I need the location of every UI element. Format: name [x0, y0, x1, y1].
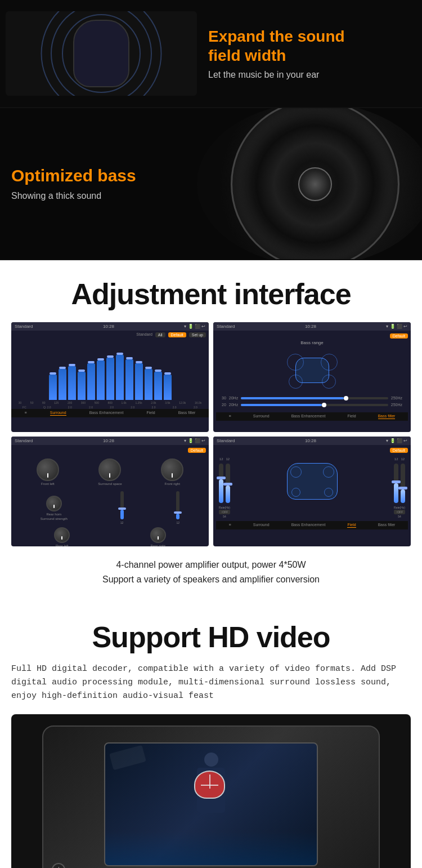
power-button[interactable]: ⏻	[52, 863, 65, 868]
mini-slider-2[interactable]	[176, 491, 179, 519]
knob-screen-header: Standard 10:28 ▾ 🔋 ⬛ ↩	[11, 437, 209, 445]
adjustment-title: Adjustment interface	[11, 277, 411, 311]
car-icon-container	[216, 348, 408, 393]
field-slider-r2-thumb[interactable]	[398, 487, 407, 489]
knob-screen-body: Default Front left Surround space	[11, 445, 209, 544]
field-off-badge: ↑OFF	[219, 510, 230, 514]
knob-rear-horn[interactable]	[46, 496, 62, 511]
eq-bar-5	[87, 363, 95, 400]
mini-slider-1-thumb[interactable]	[118, 508, 126, 510]
eq-nav-surround[interactable]: Surround	[50, 411, 66, 416]
field-slider-l2[interactable]	[226, 464, 230, 503]
field-nav-bass[interactable]: Bass Enhancement	[291, 523, 326, 528]
eq-nav-bass-enhance[interactable]: Bass Enhancement	[89, 411, 124, 416]
field-right-label-12: 12 12	[394, 457, 405, 461]
field-speaker-tr	[323, 466, 334, 478]
eq-default-btn[interactable]: Default	[168, 332, 186, 337]
bass-slider-row-2: 20 20Hz 250Hz	[222, 403, 402, 407]
field-left-sliders: 12 12 Rate(Hz)	[219, 457, 230, 518]
adjustment-section: Adjustment interface Standard 10:28 ▾ 🔋 …	[0, 260, 422, 603]
mini-slider-2-thumb[interactable]	[174, 511, 182, 514]
knob-header-left: Standard	[15, 438, 33, 443]
field-slider-l2-thumb[interactable]	[223, 483, 232, 486]
eq-bar-9	[125, 359, 133, 400]
bass-range-label: Bass range	[216, 340, 408, 345]
eq-preset-label: Standard	[136, 332, 152, 337]
knob-front-left[interactable]	[37, 459, 59, 481]
bass-range-header-icons: ▾ 🔋 ⬛ ↩	[386, 324, 407, 329]
eq-nav-field[interactable]: Field	[146, 411, 155, 416]
slider-unit-4: 250Hz	[391, 403, 402, 407]
field-default-btn[interactable]: Default	[390, 448, 408, 453]
bass-range-bottom-nav: ≡ Surround Bass Enhancement Field Bass f…	[216, 412, 408, 421]
knob-default-btn[interactable]: Default	[188, 448, 206, 453]
knob-surround[interactable]	[98, 459, 121, 481]
knob-rear-right[interactable]	[150, 527, 166, 543]
field-nav-icon: ≡	[229, 523, 231, 528]
knob-rear-left[interactable]	[54, 527, 70, 543]
knob-s-label: Surround space	[98, 482, 122, 486]
rear-knobs-row: Rear left Rear right	[14, 527, 206, 546]
field-nav-filter[interactable]: Bass filter	[378, 523, 396, 528]
knob-fr-indicator	[172, 473, 173, 478]
bass-range-default-btn[interactable]: Default	[390, 333, 408, 339]
knob-s-indicator	[109, 473, 110, 478]
eq-header-left: Standard	[15, 324, 33, 329]
eq-bar-13	[164, 375, 172, 400]
field-slider-r2[interactable]	[401, 464, 405, 503]
eq-bar-3	[68, 366, 76, 400]
knob-fr-label: Front right	[165, 482, 180, 486]
slider-track-2[interactable]	[241, 404, 388, 406]
field-slider-r1-thumb[interactable]	[392, 480, 401, 483]
eq-bar-8	[116, 355, 124, 400]
field-slider-l1-thumb[interactable]	[217, 477, 226, 479]
field-nav-surround[interactable]: Surround	[253, 523, 270, 528]
slider-track-1[interactable]	[241, 397, 388, 399]
field-slider-l1[interactable]	[219, 464, 223, 503]
bass-range-nav-field[interactable]: Field	[347, 414, 356, 419]
screen-glare	[109, 745, 146, 771]
eq-bar-7	[106, 358, 114, 400]
mini-slider-2-fill	[176, 514, 179, 519]
field-rate-label: Rate(Hz)	[219, 506, 230, 509]
field-speaker-tl	[290, 466, 302, 478]
eq-bar-6	[97, 360, 105, 400]
knob-item-rear-left: Rear left	[54, 527, 70, 546]
field-nav-field[interactable]: Field	[347, 523, 356, 528]
slider-thumb-1[interactable]	[344, 396, 348, 400]
slider-thumb-2[interactable]	[322, 403, 326, 407]
car-top-view-illustration	[39, 17, 163, 90]
field-rate-label-r: Rate(Hz)	[394, 506, 405, 509]
eq-nav-bassfilter[interactable]: Bass filter	[178, 411, 196, 416]
eq-top-bar: Standard All Default Set up	[11, 331, 209, 339]
knob-rr-indicator	[158, 536, 159, 540]
hero-shield	[194, 771, 225, 799]
bass-range-nav-bass[interactable]: Bass Enhancement	[291, 414, 326, 419]
knob-fl-label: Front left	[41, 482, 55, 486]
knob-item-rear-horn: Rear horn Surround strength	[41, 496, 68, 520]
field-right-sliders: 12 12 Rate(Hz)	[394, 457, 405, 518]
car-image	[6, 11, 197, 96]
knob-item-surround: Surround space	[98, 459, 122, 486]
bass-range-nav-filter[interactable]: Bass filter	[378, 414, 396, 419]
eq-setup-btn[interactable]: Set up	[189, 332, 206, 337]
mini-slider-1[interactable]	[120, 491, 124, 519]
field-slider-r1-fill	[394, 483, 398, 503]
bass-range-header-left: Standard	[217, 324, 235, 329]
knob-header-time: 10:28	[103, 438, 114, 443]
field-slider-r1[interactable]	[394, 464, 398, 503]
knob-front-right[interactable]	[161, 459, 183, 481]
field-car-center	[287, 457, 338, 505]
hero-torso	[197, 768, 225, 813]
bass-range-nav-surround[interactable]: Surround	[253, 414, 270, 419]
field-screen-card: Standard 10:28 ▾ 🔋 ⬛ ↩ Default 12 12	[213, 437, 411, 546]
radio-device: RADIO MEDIA PHONE VOICE	[42, 725, 380, 868]
amplifier-line2: Support a variety of speakers and amplif…	[11, 572, 411, 587]
field-header-left: Standard	[217, 438, 235, 443]
field-header-icons: ▾ 🔋 ⬛ ↩	[386, 438, 407, 443]
bass-title: Optimized bass	[11, 166, 158, 185]
field-bottom-nav: ≡ Surround Bass Enhancement Field Bass f…	[216, 521, 408, 529]
eq-all-btn[interactable]: All	[155, 332, 165, 337]
field-car-icon	[287, 463, 338, 500]
sound-field-title: Expand the sound field width	[208, 27, 411, 65]
